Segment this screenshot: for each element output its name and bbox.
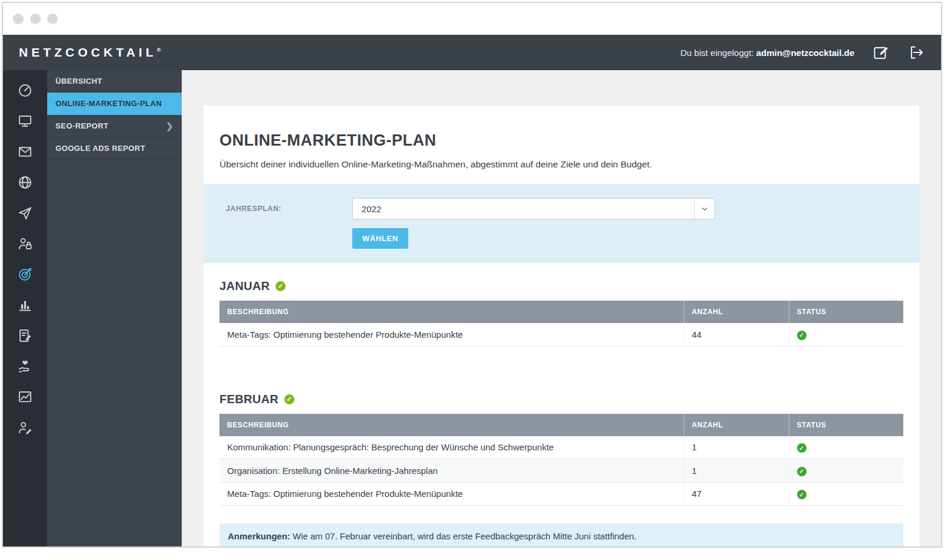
registered-mark: ® bbox=[157, 47, 161, 53]
login-status: Du bist eingeloggt: admin@netzcocktail.d… bbox=[680, 48, 854, 58]
sidebar-item-label: GOOGLE ADS REPORT bbox=[55, 144, 145, 153]
month-section-januar: JANUAR✓BESCHREIBUNGANZAHLSTATUSMeta-Tags… bbox=[219, 279, 903, 347]
months-list: JANUAR✓BESCHREIBUNGANZAHLSTATUSMeta-Tags… bbox=[219, 279, 903, 546]
page-title: ONLINE-MARKETING-PLAN bbox=[219, 131, 903, 150]
sidebar-item-label: SEO-REPORT bbox=[55, 121, 109, 130]
sidebar-item-übersicht[interactable]: ÜBERSICHT bbox=[47, 70, 182, 93]
table-header-row: BESCHREIBUNGANZAHLSTATUS bbox=[219, 414, 903, 436]
user-lock-icon[interactable] bbox=[3, 228, 47, 259]
plan-table: BESCHREIBUNGANZAHLSTATUSKommunikation: P… bbox=[219, 414, 903, 506]
sidebar-item-seo-report[interactable]: SEO-REPORT❯ bbox=[47, 115, 182, 137]
note-label: Anmerkungen: bbox=[228, 531, 290, 541]
window-control-dot[interactable] bbox=[47, 14, 58, 24]
sidebar-item-label: ÜBERSICHT bbox=[55, 77, 102, 85]
column-header: BESCHREIBUNG bbox=[219, 301, 684, 323]
mail-icon[interactable] bbox=[3, 136, 47, 167]
browser-window: NETZCOCKTAIL® Du bist eingeloggt: admin@… bbox=[2, 2, 942, 548]
column-header: STATUS bbox=[789, 301, 903, 323]
logout-icon[interactable] bbox=[907, 44, 925, 61]
task-description: Meta-Tags: Optimierung bestehender Produ… bbox=[219, 482, 684, 506]
table-row: Organisation: Erstellung Online-Marketin… bbox=[219, 459, 903, 483]
task-description: Kommunikation: Planungsgespräch: Besprec… bbox=[219, 436, 684, 459]
table-row: Kommunikation: Planungsgespräch: Besprec… bbox=[219, 436, 903, 459]
target-icon[interactable] bbox=[3, 259, 47, 289]
monitor-icon[interactable] bbox=[3, 106, 47, 136]
page-subtitle: Übersicht deiner individuellen Online-Ma… bbox=[219, 159, 903, 170]
task-description: Organisation: Erstellung Online-Marketin… bbox=[219, 459, 684, 483]
month-heading: JANUAR✓ bbox=[219, 279, 903, 293]
login-prefix: Du bist eingeloggt: bbox=[680, 48, 756, 58]
care-icon[interactable] bbox=[3, 351, 47, 381]
task-count: 1 bbox=[684, 436, 789, 459]
icon-sidebar bbox=[3, 70, 47, 546]
main-area: ONLINE-MARKETING-PLAN Übersicht deiner i… bbox=[182, 70, 941, 546]
task-status: ✓ bbox=[789, 482, 903, 506]
column-header: ANZAHL bbox=[684, 414, 789, 436]
content-card: ONLINE-MARKETING-PLAN Übersicht deiner i… bbox=[204, 106, 919, 546]
report-edit-icon[interactable] bbox=[3, 320, 47, 351]
table-row: Meta-Tags: Optimierung bestehender Produ… bbox=[219, 482, 903, 506]
send-icon[interactable] bbox=[3, 197, 47, 228]
user-edit-icon[interactable] bbox=[3, 412, 47, 443]
menu-sidebar: ÜBERSICHTONLINE-MARKETING-PLANSEO-REPORT… bbox=[47, 70, 182, 546]
sidebar-item-label: ONLINE-MARKETING-PLAN bbox=[55, 99, 162, 108]
login-email: admin@netzcocktail.de bbox=[756, 48, 854, 58]
month-name: JANUAR bbox=[219, 279, 270, 293]
task-status: ✓ bbox=[789, 323, 903, 346]
window-control-dot[interactable] bbox=[13, 14, 24, 24]
month-heading: FEBRUAR✓ bbox=[219, 393, 903, 406]
status-done-icon: ✓ bbox=[797, 443, 807, 453]
status-done-icon: ✓ bbox=[797, 467, 807, 476]
sidebar-item-online-marketing-plan[interactable]: ONLINE-MARKETING-PLAN bbox=[47, 93, 182, 115]
task-count: 47 bbox=[684, 482, 789, 506]
table-header-row: BESCHREIBUNGANZAHLSTATUS bbox=[219, 301, 903, 323]
table-row: Meta-Tags: Optimierung bestehender Produ… bbox=[219, 323, 903, 346]
app-logo: NETZCOCKTAIL® bbox=[19, 45, 160, 60]
task-count: 1 bbox=[684, 459, 789, 483]
image-chart-icon[interactable] bbox=[3, 381, 47, 412]
yearplan-filter-panel: JAHRESPLAN: 2022 WÄHLEN bbox=[204, 184, 919, 263]
edit-icon[interactable] bbox=[872, 44, 890, 61]
column-header: STATUS bbox=[789, 414, 903, 436]
sidebar-item-google-ads-report[interactable]: GOOGLE ADS REPORT bbox=[47, 137, 182, 160]
month-complete-icon: ✓ bbox=[276, 281, 286, 291]
logo-text: NETZCOCKTAIL bbox=[19, 45, 157, 59]
app-header: NETZCOCKTAIL® Du bist eingeloggt: admin@… bbox=[3, 35, 941, 70]
column-header: ANZAHL bbox=[684, 301, 789, 323]
status-done-icon: ✓ bbox=[797, 490, 807, 499]
task-status: ✓ bbox=[789, 436, 903, 459]
chevron-right-icon: ❯ bbox=[166, 121, 173, 130]
column-header: BESCHREIBUNG bbox=[219, 414, 684, 436]
task-count: 44 bbox=[684, 323, 789, 346]
status-done-icon: ✓ bbox=[797, 331, 807, 340]
yearplan-controls: 2022 WÄHLEN bbox=[352, 198, 715, 249]
dashboard-icon[interactable] bbox=[3, 75, 47, 106]
year-select[interactable]: 2022 bbox=[352, 198, 715, 219]
task-description: Meta-Tags: Optimierung bestehender Produ… bbox=[219, 323, 684, 346]
plan-table: BESCHREIBUNGANZAHLSTATUSMeta-Tags: Optim… bbox=[219, 301, 903, 347]
window-titlebar bbox=[3, 3, 941, 35]
header-right: Du bist eingeloggt: admin@netzcocktail.d… bbox=[680, 44, 925, 61]
bar-chart-icon[interactable] bbox=[3, 289, 47, 320]
yearplan-label: JAHRESPLAN: bbox=[226, 198, 352, 249]
window-control-dot[interactable] bbox=[30, 14, 41, 24]
globe-icon[interactable] bbox=[3, 167, 47, 197]
app-body: ÜBERSICHTONLINE-MARKETING-PLANSEO-REPORT… bbox=[3, 70, 941, 546]
month-complete-icon: ✓ bbox=[284, 394, 294, 404]
month-name: FEBRUAR bbox=[219, 393, 278, 406]
task-status: ✓ bbox=[789, 459, 903, 483]
choose-button[interactable]: WÄHLEN bbox=[352, 228, 408, 249]
month-section-februar: FEBRUAR✓BESCHREIBUNGANZAHLSTATUSKommunik… bbox=[219, 393, 903, 547]
note-box: Anmerkungen: Wie am 07. Februar vereinba… bbox=[219, 523, 903, 546]
year-select-value: 2022 bbox=[353, 199, 694, 219]
chevron-down-icon bbox=[694, 199, 714, 219]
